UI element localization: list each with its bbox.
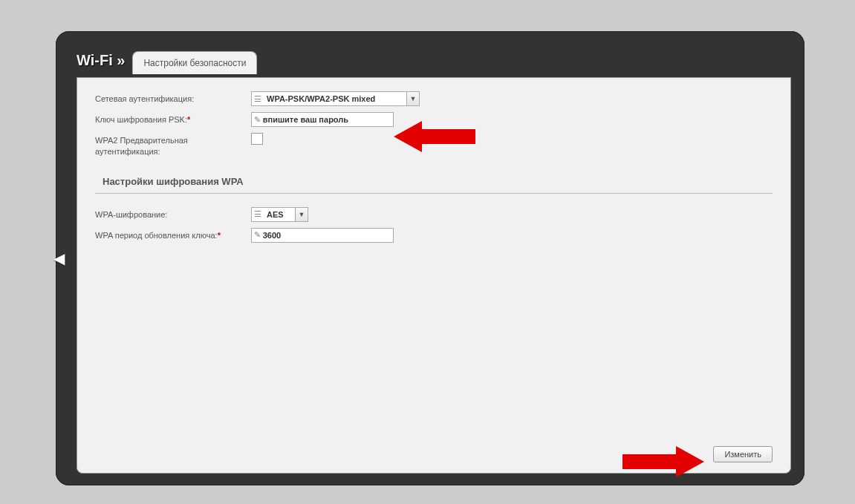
network-auth-select[interactable]: ☰ WPA-PSK/WPA2-PSK mixed: [251, 91, 407, 106]
row-network-auth: Сетевая аутентификация: ☰ WPA-PSK/WPA2-P…: [95, 91, 773, 106]
actions-bar: Изменить: [713, 446, 773, 462]
wpa2-preauth-checkbox[interactable]: [251, 133, 263, 145]
wpa-encryption-select[interactable]: ☰ AES: [251, 207, 296, 222]
main-panel: ◀ Wi-Fi » Настройки безопасности Сетевая…: [56, 31, 804, 485]
required-marker: *: [218, 231, 221, 240]
wpa-rekey-input[interactable]: [263, 231, 393, 240]
required-marker: *: [187, 115, 190, 124]
label-psk-key-text: Ключ шифрования PSK:: [95, 115, 187, 124]
label-psk-key: Ключ шифрования PSK:*: [95, 112, 251, 125]
page-title: Wi-Fi »: [77, 52, 125, 73]
wpa-rekey-input-wrapper: ✎: [251, 228, 394, 243]
wpa-encryption-dropdown-button[interactable]: ▼: [295, 207, 308, 222]
pencil-icon: ✎: [252, 115, 263, 125]
list-icon: ☰: [252, 209, 264, 219]
label-network-auth: Сетевая аутентификация:: [95, 91, 251, 105]
tab-security-settings[interactable]: Настройки безопасности: [132, 51, 257, 74]
row-wpa2-preauth: WPA2 Предварительная аутентификация:: [95, 133, 773, 158]
content-area: Сетевая аутентификация: ☰ WPA-PSK/WPA2-P…: [77, 77, 791, 474]
network-auth-dropdown-button[interactable]: ▼: [406, 91, 420, 106]
label-wpa-rekey-text: WPA период обновления ключа:: [95, 231, 218, 240]
list-icon: ☰: [252, 94, 264, 104]
panel-collapse-arrow-icon[interactable]: ◀: [53, 251, 65, 266]
psk-key-input[interactable]: [263, 115, 393, 124]
row-wpa-encryption: WPA-шифрование: ☰ AES ▼: [95, 207, 773, 222]
label-wpa2-preauth: WPA2 Предварительная аутентификация:: [95, 133, 251, 158]
row-wpa-rekey: WPA период обновления ключа:* ✎: [95, 228, 773, 243]
label-wpa-encryption: WPA-шифрование:: [95, 207, 251, 220]
row-psk-key: Ключ шифрования PSK:* ✎: [95, 112, 773, 127]
header-row: Wi-Fi » Настройки безопасности: [77, 50, 257, 73]
section-header-wpa: Настройки шифрования WPA: [95, 168, 773, 194]
psk-key-input-wrapper: ✎: [251, 112, 394, 127]
network-auth-select-value: WPA-PSK/WPA2-PSK mixed: [264, 94, 406, 103]
pencil-icon: ✎: [252, 230, 263, 240]
wpa-encryption-select-value: AES: [264, 210, 295, 219]
label-wpa-rekey: WPA период обновления ключа:*: [95, 228, 251, 241]
save-button[interactable]: Изменить: [713, 446, 773, 462]
